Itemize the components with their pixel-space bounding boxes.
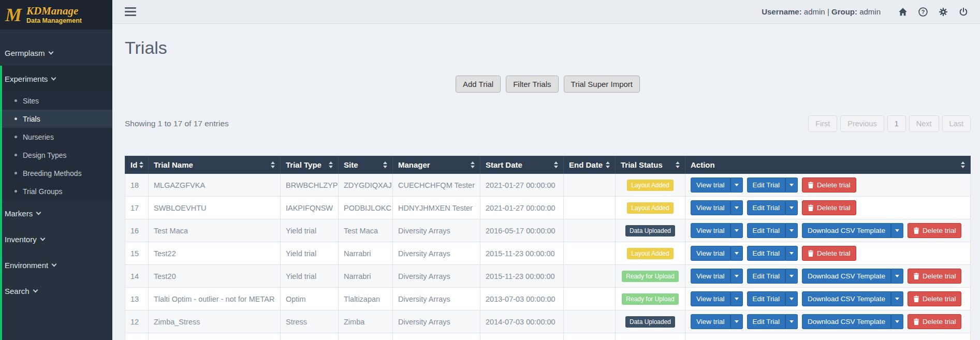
edit-dropdown-toggle[interactable] [785,314,798,330]
edit-dropdown-toggle[interactable] [785,200,798,216]
filter-trials-button[interactable]: Filter Trials [506,76,558,93]
col-label: Manager [398,160,430,169]
edit-dropdown-toggle[interactable] [785,223,798,239]
download-trial-button[interactable]: Download CSV Template [802,291,891,307]
sidebar-item-design-types[interactable]: Design Types [0,146,112,164]
sidebar-item-inventory[interactable]: Inventory [0,226,112,252]
sidebar-item-experiments[interactable]: Experiments [0,66,112,92]
settings-gear-icon[interactable] [938,7,948,17]
sidebar-item-nurseries[interactable]: Nurseries [0,128,112,146]
edit-trial-button[interactable]: Edit Trial [747,314,786,330]
caret-down-icon [789,298,794,300]
edit-trial-button[interactable]: Edit Trial [747,246,786,261]
pagination-last[interactable]: Last [942,115,971,132]
sidebar-item-trial-groups[interactable]: Trial Groups [0,182,112,200]
group-value: admin [859,7,881,16]
download-dropdown-toggle[interactable] [891,314,903,330]
view-trial-button[interactable]: View trial [691,178,730,193]
add-trial-button[interactable]: Add Trial [456,76,501,93]
delete-trial-label: Delete trial [817,249,851,258]
view-dropdown-toggle[interactable] [730,246,743,261]
view-trial-button[interactable]: View trial [691,246,730,261]
caret-down-icon [789,252,794,255]
edit-dropdown-toggle[interactable] [785,269,798,284]
download-button-group: Download CSV Template [802,223,903,239]
col-header-manager[interactable]: Manager [393,156,480,174]
table-row: 18MLGAZGFVKABRWBCHLZYPZDYGDIQXAJCUECHCHF… [125,174,971,197]
download-button-group: Download CSV Template [802,269,903,284]
caret-down-icon [735,229,739,232]
edit-trial-button[interactable]: Edit Trial [747,291,786,307]
view-dropdown-toggle[interactable] [730,269,743,284]
chevron-down-icon [52,261,57,267]
download-trial-button[interactable]: Download CSV Template [802,314,891,330]
download-trial-button[interactable]: Download CSV Template [802,269,891,284]
col-label: End Date [569,160,603,169]
brand-logo[interactable]: M KDManage Data Management [0,0,112,29]
download-trial-button[interactable]: Download CSV Template [802,223,891,239]
delete-trial-button[interactable]: Delete trial [908,269,962,284]
view-dropdown-toggle[interactable] [730,223,743,239]
pagination-first[interactable]: First [808,115,837,132]
delete-trial-button[interactable]: Delete trial [802,178,856,193]
col-header-trial-name[interactable]: Trial Name [149,156,281,174]
view-dropdown-toggle[interactable] [730,178,743,193]
sidebar-item-germplasm[interactable]: Germplasm [0,40,112,66]
view-dropdown-toggle[interactable] [730,291,743,307]
sidebar-toggle-button[interactable] [124,5,137,18]
table-row: 15Test22Yield trialNarrabriDiversity Arr… [125,242,971,265]
home-icon[interactable] [898,7,908,17]
delete-trial-button[interactable]: Delete trial [802,200,856,216]
download-dropdown-toggle[interactable] [891,291,903,307]
view-dropdown-toggle[interactable] [730,314,743,330]
caret-down-icon [789,206,794,209]
brand-title: KDManage [26,5,82,17]
edit-trial-button[interactable]: Edit Trial [747,223,786,239]
delete-trial-button[interactable]: Delete trial [802,246,856,261]
col-label: Site [344,160,358,169]
edit-trial-button[interactable]: Edit Trial [747,269,786,284]
pagination-next[interactable]: Next [909,115,939,132]
delete-trial-button[interactable]: Delete trial [908,314,962,330]
col-header-action[interactable]: Action [685,156,971,174]
sidebar-item-label: Inventory [5,235,37,244]
col-header-start-date[interactable]: Start Date [480,156,564,174]
pagination-page-1[interactable]: 1 [887,115,906,132]
col-header-end-date[interactable]: End Date [564,156,616,174]
edit-dropdown-toggle[interactable] [785,178,798,193]
download-dropdown-toggle[interactable] [891,269,903,284]
sidebar-item-breeding-methods[interactable]: Breeding Methods [0,164,112,182]
edit-trial-button[interactable]: Edit Trial [747,178,786,193]
help-icon[interactable]: ? [918,7,928,17]
view-trial-button[interactable]: View trial [691,223,730,239]
sidebar-item-search[interactable]: Search [0,278,112,304]
delete-trial-button[interactable]: Delete trial [908,223,962,239]
cell-trial-status: Layout Added [616,174,685,197]
view-trial-button[interactable]: View trial [691,269,730,284]
view-trial-button[interactable]: View trial [691,314,730,330]
download-dropdown-toggle[interactable] [891,223,903,239]
edit-dropdown-toggle[interactable] [785,291,798,307]
sidebar-item-sites[interactable]: Sites [0,92,112,110]
view-trial-button[interactable]: View trial [691,200,730,216]
cell-trial-type: BRWBCHLZYP [281,174,339,197]
col-header-id[interactable]: Id [125,156,149,174]
cell-site: Tlaltizapan [339,288,393,311]
edit-trial-button[interactable]: Edit Trial [747,200,786,216]
view-trial-button[interactable]: View trial [691,291,730,307]
sidebar-item-trials[interactable]: Trials [0,110,112,128]
status-badge: Ready for Upload [622,293,678,305]
col-header-trial-type[interactable]: Trial Type [281,156,339,174]
col-header-trial-status[interactable]: Trial Status [616,156,685,174]
table-row: 13Tlalti Optim - outlier - not for METAR… [125,288,971,311]
pagination-previous[interactable]: Previous [840,115,884,132]
edit-dropdown-toggle[interactable] [785,246,798,261]
power-icon[interactable] [958,7,969,17]
view-dropdown-toggle[interactable] [730,200,743,216]
col-header-site[interactable]: Site [339,156,393,174]
trial-super-import-button[interactable]: Trial Super Import [564,76,640,93]
sidebar-item-markers[interactable]: Markers [0,200,112,226]
delete-trial-button[interactable]: Delete trial [908,291,962,307]
sidebar-item-environment[interactable]: Environment [0,252,112,278]
cell-id: 18 [125,174,149,197]
